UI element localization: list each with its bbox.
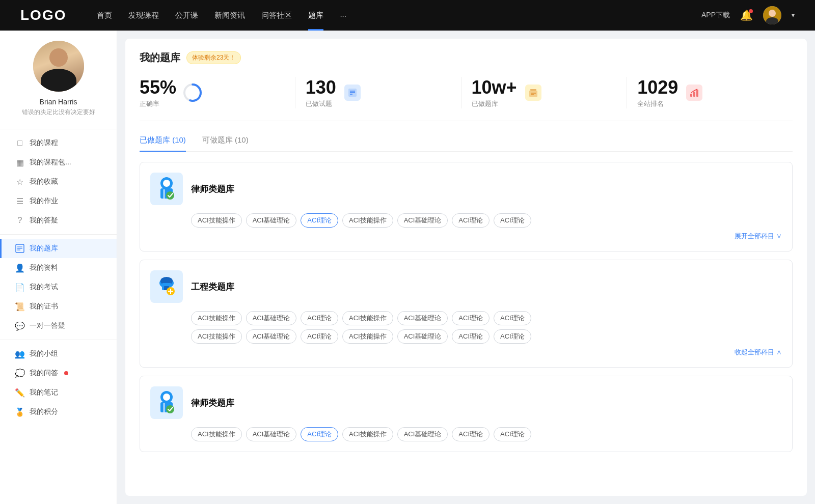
bank-1-tag-6[interactable]: ACI理论 [494,311,531,325]
bank-1-tag-2[interactable]: ACI理论 [301,311,338,325]
bank-2-tag-0[interactable]: ACI技能操作 [191,427,242,441]
stat-done-banks-content: 10w+ 已做题库 [472,77,517,108]
sidebar-item-label-my-points: 我的积分 [30,407,58,416]
nav-menu: 首页 发现课程 公开课 新闻资讯 问答社区 题库 ··· [97,11,701,20]
stats-row: 55% 正确率 130 已做试题 [140,77,793,121]
bank-card-0-header: 律师类题库 [150,173,782,205]
stat-rank-value: 1029 [637,77,678,98]
bank-1-extra-tag-1[interactable]: ACI基础理论 [246,329,297,344]
notification-bell[interactable]: 🔔 [740,9,753,21]
bank-2-tag-3[interactable]: ACI技能操作 [342,427,393,441]
bank-1-extra-tag-4[interactable]: ACI基础理论 [397,329,448,344]
sidebar-item-one-on-one[interactable]: 💬 一对一答疑 [0,316,117,335]
bank-1-tag-1[interactable]: ACI基础理论 [246,311,297,325]
bank-1-extra-tag-6[interactable]: ACI理论 [494,329,531,344]
my-qa-icon: ? [15,216,24,225]
nav-qa[interactable]: 问答社区 [261,11,292,20]
accuracy-icon [182,82,203,103]
nav-discover[interactable]: 发现课程 [128,11,159,20]
sidebar-item-favorites[interactable]: ☆ 我的收藏 [0,172,117,191]
bank-1-tag-4[interactable]: ACI基础理论 [397,311,448,325]
nav-opencourse[interactable]: 公开课 [175,11,198,20]
bank-1-tag-5[interactable]: ACI理论 [452,311,490,325]
tab-available-banks[interactable]: 可做题库 (10) [202,135,249,151]
bank-0-tag-5[interactable]: ACI理论 [452,213,490,228]
svg-rect-13 [529,91,537,97]
sidebar-item-my-group[interactable]: 👥 我的小组 [0,344,117,363]
sidebar-item-label-question-bank: 我的题库 [30,244,58,253]
nav-home[interactable]: 首页 [97,11,112,20]
bank-0-tag-2[interactable]: ACI理论 [301,213,338,228]
questions-badge [64,371,68,375]
bank-1-tag-0[interactable]: ACI技能操作 [191,311,242,325]
bank-2-tag-2[interactable]: ACI理论 [301,427,338,441]
sidebar-item-my-cert[interactable]: 📜 我的证书 [0,297,117,316]
bank-card-1-icon [150,270,183,303]
app-download-button[interactable]: APP下载 [701,11,730,20]
sidebar-item-my-exam[interactable]: 📄 我的考试 [0,277,117,297]
bank-0-tag-4[interactable]: ACI基础理论 [397,213,448,228]
bank-card-2-icon [150,386,183,419]
bank-2-tag-4[interactable]: ACI基础理论 [397,427,448,441]
sidebar-item-label-homework: 我的作业 [30,197,58,206]
avatar-dropdown-arrow[interactable]: ▾ [792,12,795,19]
bank-0-expand[interactable]: 展开全部科目 ∨ [150,232,782,241]
sidebar-item-label-my-course: 我的课程 [30,138,58,148]
bank-1-expand[interactable]: 收起全部科目 ∧ [150,348,782,357]
svg-point-23 [166,191,174,200]
bank-1-extra-tag-3[interactable]: ACI技能操作 [342,329,393,344]
my-profile-icon: 👤 [15,263,24,272]
bank-1-tag-3[interactable]: ACI技能操作 [342,311,393,325]
sidebar-divider-lower [0,340,117,340]
sidebar-item-my-notes[interactable]: ✏️ 我的笔记 [0,383,117,402]
rank-icon-square [686,85,702,101]
sidebar-divider-mid [0,234,117,235]
sidebar-item-my-qa[interactable]: ? 我的答疑 [0,211,117,230]
stat-done-questions-content: 130 已做试题 [306,77,336,108]
bank-card-2-tags: ACI技能操作 ACI基础理论 ACI理论 ACI技能操作 ACI基础理论 AC… [191,427,782,441]
bank-1-extra-tag-5[interactable]: ACI理论 [452,329,490,344]
bank-2-tag-5[interactable]: ACI理论 [452,427,490,441]
bank-card-1: 工程类题库 ACI技能操作 ACI基础理论 ACI理论 ACI技能操作 ACI基… [140,260,793,368]
stat-accuracy-label: 正确率 [140,99,176,108]
bank-card-2-title: 律师类题库 [191,397,234,409]
stat-done-questions-label: 已做试题 [306,99,336,108]
svg-rect-18 [693,92,695,97]
svg-rect-19 [696,90,698,97]
sidebar-item-label-my-questions: 我的问答 [30,369,58,378]
bank-0-tag-3[interactable]: ACI技能操作 [342,213,393,228]
my-points-icon: 🏅 [15,407,24,416]
nav-questionbank[interactable]: 题库 [308,11,323,20]
sidebar-item-label-my-cert: 我的证书 [30,302,58,311]
bank-2-tag-1[interactable]: ACI基础理论 [246,427,297,441]
sidebar-item-my-questions[interactable]: 💭 我的问答 [0,363,117,383]
bank-0-tag-1[interactable]: ACI基础理论 [246,213,297,228]
svg-point-1 [769,10,776,17]
favorites-icon: ☆ [15,177,24,186]
bank-1-extra-tag-2[interactable]: ACI理论 [301,329,338,344]
avatar[interactable] [763,6,781,24]
sidebar-item-my-profile[interactable]: 👤 我的资料 [0,258,117,277]
tab-done-banks[interactable]: 已做题库 (10) [140,135,186,151]
bank-card-2-header: 律师类题库 [150,386,782,419]
nav-news[interactable]: 新闻资讯 [214,11,245,20]
sidebar-item-homework[interactable]: ☰ 我的作业 [0,191,117,211]
bank-0-tag-6[interactable]: ACI理论 [494,213,531,228]
avatar-image [33,41,84,92]
bank-2-tag-6[interactable]: ACI理论 [494,427,531,441]
bank-1-extra-tag-0[interactable]: ACI技能操作 [191,329,242,344]
sidebar-item-course-package[interactable]: ▦ 我的课程包... [0,153,117,172]
done-questions-icon [342,82,363,103]
nav-more[interactable]: ··· [340,11,346,20]
sidebar-item-question-bank[interactable]: 我的题库 [0,239,117,258]
bank-0-tag-0[interactable]: ACI技能操作 [191,213,242,228]
page-title: 我的题库 [140,51,180,65]
sidebar-item-my-points[interactable]: 🏅 我的积分 [0,402,117,422]
sidebar-item-my-course[interactable]: □ 我的课程 [0,133,117,153]
bank-card-0-tags: ACI技能操作 ACI基础理论 ACI理论 ACI技能操作 ACI基础理论 AC… [191,213,782,228]
sidebar-item-label-my-notes: 我的笔记 [30,388,58,397]
page-layout: Brian Harris 错误的决定比没有决定要好 □ 我的课程 ▦ 我的课程包… [0,31,815,504]
stat-done-banks-value: 10w+ [472,77,517,98]
svg-point-34 [166,405,174,413]
stat-rank-label: 全站排名 [637,99,678,108]
